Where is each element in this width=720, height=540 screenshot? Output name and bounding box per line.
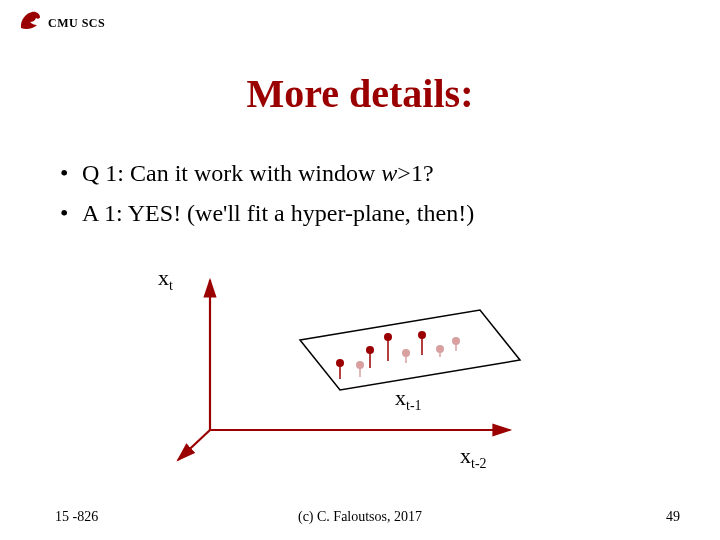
y-axis-label: xt [158, 265, 173, 294]
x2-axis-sub: t-2 [471, 456, 487, 471]
svg-point-13 [436, 345, 444, 353]
slide-title: More details: [0, 70, 720, 117]
bullet-list: • Q 1: Can it work with window w>1? • A … [60, 155, 660, 235]
svg-point-5 [366, 346, 374, 354]
q1-text-pre: Q 1: Can it work with window [82, 160, 381, 186]
q1-text-post: >1? [397, 160, 433, 186]
footer-page-number: 49 [666, 509, 680, 525]
svg-point-7 [384, 333, 392, 341]
bullet-text: Q 1: Can it work with window w>1? [82, 155, 434, 191]
x1-axis-label: xt-1 [395, 385, 422, 414]
z-axis [178, 430, 210, 460]
svg-point-1 [336, 359, 344, 367]
cmu-dragon-icon [18, 8, 44, 38]
footer-copyright: (c) C. Faloutsos, 2017 [0, 509, 720, 525]
svg-point-3 [356, 361, 364, 369]
hyperplane-chart: xt xt-1 xt-2 [160, 265, 540, 475]
svg-point-9 [402, 349, 410, 357]
x1-axis-sub: t-1 [406, 398, 422, 413]
bullet-item: • Q 1: Can it work with window w>1? [60, 155, 660, 191]
y-axis-sub: t [169, 278, 173, 293]
bullet-item: • A 1: YES! (we'll fit a hyper-plane, th… [60, 195, 660, 231]
bullet-dot-icon: • [60, 195, 82, 231]
fitted-plane [300, 310, 520, 390]
svg-point-15 [452, 337, 460, 345]
bullet-dot-icon: • [60, 155, 82, 191]
y-axis-main: x [158, 265, 169, 290]
x2-axis-main: x [460, 443, 471, 468]
svg-point-11 [418, 331, 426, 339]
bullet-text: A 1: YES! (we'll fit a hyper-plane, then… [82, 195, 474, 231]
scatter-points [336, 331, 460, 379]
header-label: CMU SCS [48, 16, 105, 31]
x2-axis-label: xt-2 [460, 443, 487, 472]
x1-axis-main: x [395, 385, 406, 410]
slide-header: CMU SCS [18, 8, 105, 38]
q1-var: w [381, 160, 397, 186]
